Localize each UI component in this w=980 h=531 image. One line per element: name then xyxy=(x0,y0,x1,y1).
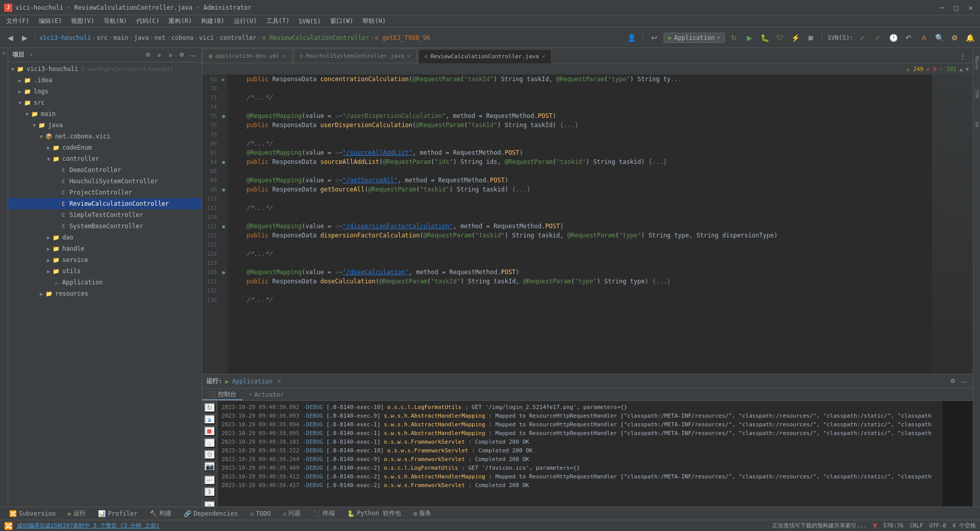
status-encoding[interactable]: UTF-8 xyxy=(929,522,946,529)
run-config-selector[interactable]: ▶ Application ▾ xyxy=(664,33,725,43)
search-button[interactable]: 🔍 xyxy=(933,32,945,44)
notifications-button[interactable]: 🔔 xyxy=(964,32,976,44)
stop-button[interactable]: ⏹ xyxy=(804,32,817,44)
breadcrumb-java[interactable]: java xyxy=(134,34,149,41)
coverage-button[interactable]: 🛡 xyxy=(774,32,786,44)
status-left-message[interactable]: 成功编译完成15秒297毫秒中 3 个警告 (3 分钟 之前) xyxy=(17,522,160,529)
breadcrumb-project[interactable]: vici3-houchuli xyxy=(39,34,91,41)
profile-button[interactable]: 👤 xyxy=(625,32,638,44)
back-button[interactable]: ◀ xyxy=(4,32,16,44)
tree-item-utils[interactable]: ▶ 📁 utils xyxy=(8,266,202,277)
breadcrumb-class[interactable]: ⊙ ReviewCalculationController xyxy=(262,34,370,41)
maven-indicator[interactable]: Maven xyxy=(974,48,980,79)
tree-item-houchulisystem[interactable]: ▶ C HouchuliSystemController xyxy=(8,176,202,187)
status-line-ending[interactable]: CRLF xyxy=(910,522,923,529)
menu-run[interactable]: 运行(U) xyxy=(230,16,261,27)
run-with-button[interactable]: ⚡ xyxy=(789,32,801,44)
breadcrumb-controller[interactable]: controller xyxy=(219,34,256,41)
menu-build[interactable]: 构建(B) xyxy=(197,16,229,27)
bottom-tab-python[interactable]: 🐍 Python 软件包 xyxy=(342,508,406,519)
panel-sync-button[interactable]: ≡ xyxy=(155,51,164,60)
tree-item-logs[interactable]: ▶ 📁 logs xyxy=(8,86,202,97)
close-button[interactable]: ✕ xyxy=(966,4,976,12)
tab-close-review[interactable]: ✕ xyxy=(542,54,545,59)
panel-close-button[interactable]: — xyxy=(188,51,198,60)
breadcrumb-main[interactable]: main xyxy=(113,34,128,41)
bottom-tab-run[interactable]: ▶ 运行 xyxy=(63,508,91,519)
run-camera-button[interactable]: 📷 xyxy=(204,462,215,471)
tree-item-projectcontroller[interactable]: ▶ C ProjectController xyxy=(8,187,202,198)
debug-button[interactable]: 🐛 xyxy=(758,32,771,44)
tab-more-button[interactable]: ⋮ xyxy=(957,51,969,63)
bottom-tab-terminal[interactable]: ⬛ 终端 xyxy=(308,508,340,519)
reload-button[interactable]: ↻ xyxy=(728,32,740,44)
tree-item-simpletestcontroller[interactable]: ▶ C SimpleTestController xyxy=(8,209,202,221)
run-stop-button[interactable]: ⏹ xyxy=(204,426,215,436)
error-indicator[interactable]: ✕ 6 xyxy=(926,66,937,73)
breadcrumb-method[interactable]: ⊙ getEJ_T988_96 xyxy=(375,34,430,41)
chevron-up-icon[interactable]: ▲ xyxy=(960,66,963,72)
code-editor[interactable]: 66▶ 70 71 74 75● 76 79 80 83 84● 88 89 9… xyxy=(202,75,973,374)
bottom-tab-subversion[interactable]: 🔀 Subversion xyxy=(4,509,61,518)
menu-svn[interactable]: SVN(S) xyxy=(295,17,325,26)
tree-item-src[interactable]: ▼ 📁 src xyxy=(8,97,202,108)
panel-settings-button[interactable]: ⚙ xyxy=(143,51,153,60)
breadcrumb-vici[interactable]: vici xyxy=(199,34,214,41)
tab-close-application-dev[interactable]: ✕ xyxy=(282,53,285,59)
tab-application-dev[interactable]: ▣ application-dev.yml ✕ xyxy=(202,49,292,63)
tree-item-dao[interactable]: ▶ 📁 dao xyxy=(8,232,202,243)
menu-window[interactable]: 窗口(W) xyxy=(326,16,358,27)
tree-item-root[interactable]: ▼ 📁 vici3-houchuli D:\work\project\vici3… xyxy=(8,63,202,75)
breadcrumb-src[interactable]: src xyxy=(96,34,108,41)
panel-gear-button[interactable]: ⚙ xyxy=(177,51,186,60)
menu-refactor[interactable]: 重构(R) xyxy=(164,16,196,27)
run-app-label[interactable]: Application xyxy=(232,378,272,385)
run-button[interactable]: ▶ xyxy=(743,32,755,44)
menu-code[interactable]: 代码(C) xyxy=(132,16,164,27)
maximize-button[interactable]: □ xyxy=(951,4,961,12)
tree-item-main[interactable]: ▼ 📁 main xyxy=(8,108,202,119)
run-tab-actuator[interactable]: ⚡ Actuator xyxy=(242,389,290,400)
run-settings-button[interactable]: ⚙ xyxy=(204,450,215,460)
run-panel-settings-button[interactable]: ⚙ xyxy=(948,377,958,386)
chevron-down-icon[interactable]: ▼ xyxy=(966,66,969,72)
svn-revert-button[interactable]: ↶ xyxy=(902,32,915,44)
forward-button[interactable]: ▶ xyxy=(18,32,31,44)
bottom-tab-services[interactable]: ⚙ 服务 xyxy=(408,508,436,519)
bookmarks-indicator[interactable]: Bk xyxy=(974,109,980,140)
svn-update-button[interactable]: ✓ xyxy=(872,32,884,44)
project-panel-dropdown[interactable]: ▾ xyxy=(30,52,33,58)
tree-item-resources[interactable]: ▶ 📁 resources xyxy=(8,288,202,299)
status-position[interactable]: 578:76 xyxy=(883,522,903,529)
run-restart-button[interactable]: ↻ xyxy=(204,403,215,413)
menu-tools[interactable]: 工具(T) xyxy=(262,16,294,27)
svnview-indicator[interactable]: SVN xyxy=(974,79,980,109)
tree-item-net-cobona[interactable]: ▼ 📦 net.cobona.vici xyxy=(8,131,202,142)
run-panel-minimize-button[interactable]: — xyxy=(960,377,969,386)
run-scroll-to-end-button[interactable]: ↓ xyxy=(204,438,215,448)
menu-help[interactable]: 帮助(H) xyxy=(358,16,390,27)
bottom-tab-profiler[interactable]: 📊 Profiler xyxy=(93,509,142,518)
ok-indicator[interactable]: ✓ 181 xyxy=(940,66,957,73)
warning-indicator[interactable]: ⚠ 249 xyxy=(906,66,923,73)
tab-close-houchuli[interactable]: ✕ xyxy=(407,53,410,59)
run-soft-wrap-button[interactable]: ↩ xyxy=(204,475,215,485)
menu-navigate[interactable]: 导航(N) xyxy=(100,16,131,27)
svn-history-button[interactable]: 🕐 xyxy=(887,32,899,44)
minimize-button[interactable]: ─ xyxy=(937,4,947,12)
panel-collapse-button[interactable]: ≡ xyxy=(166,51,175,60)
status-indent[interactable]: 4 个空格 xyxy=(952,522,976,529)
run-console-content[interactable]: 2023-10-29 09:40:39.092 -DEBUG [.0-8140-… xyxy=(217,401,942,506)
bottom-tab-problems[interactable]: ⚠ 问题 xyxy=(278,508,306,519)
bottom-tab-todo[interactable]: ☑ TODO xyxy=(245,509,276,518)
tree-item-codeenum[interactable]: ▶ 📁 codeEnum xyxy=(8,142,202,153)
tree-item-idea[interactable]: ▶ 📁 .idea xyxy=(8,75,202,86)
tab-houchuli-system[interactable]: ⊙ HouchuliSystemController.java ✕ xyxy=(293,49,417,63)
tab-review-calculation[interactable]: ⊙ ReviewCalculationController.java ✕ xyxy=(418,49,552,63)
menu-edit[interactable]: 编辑(E) xyxy=(35,16,66,27)
tree-item-java[interactable]: ▼ 📁 java xyxy=(8,119,202,131)
translate-button[interactable]: A xyxy=(918,32,930,44)
bottom-tab-dependencies[interactable]: 🔗 Dependencies xyxy=(179,509,243,518)
breadcrumb-cobona[interactable]: cobona xyxy=(172,34,193,41)
tree-item-handle[interactable]: ▶ 📁 handle xyxy=(8,243,202,254)
